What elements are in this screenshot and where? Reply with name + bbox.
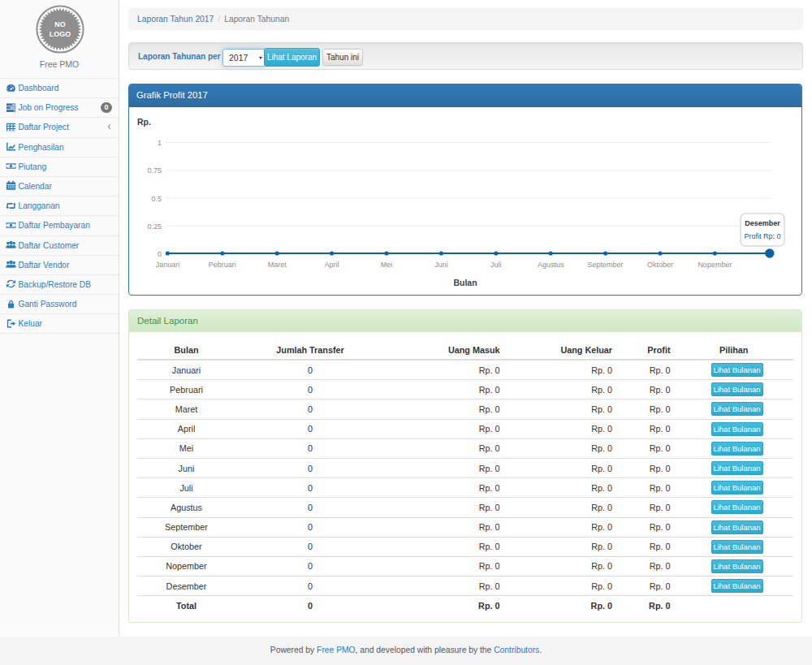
svg-text:0.75: 0.75 <box>147 166 162 175</box>
svg-text:Nopember: Nopember <box>698 261 732 269</box>
svg-text:Agustus: Agustus <box>538 261 564 269</box>
svg-text:0.25: 0.25 <box>147 222 162 231</box>
svg-text:LOGO: LOGO <box>50 30 71 38</box>
svg-text:Bulan: Bulan <box>453 278 477 287</box>
svg-text:NO: NO <box>54 20 66 28</box>
svg-text:0: 0 <box>158 250 162 258</box>
svg-text:Profit Rp: 0: Profit Rp: 0 <box>744 232 780 240</box>
svg-text:Juli: Juli <box>490 261 502 269</box>
svg-text:1: 1 <box>158 139 162 147</box>
svg-text:Mei: Mei <box>381 261 393 269</box>
svg-text:Januari: Januari <box>156 261 180 269</box>
svg-text:Pebruari: Pebruari <box>209 261 236 269</box>
svg-text:Rp.: Rp. <box>137 117 151 127</box>
svg-text:Juni: Juni <box>434 261 448 269</box>
svg-text:September: September <box>588 261 624 269</box>
svg-text:Maret: Maret <box>268 261 287 269</box>
svg-text:April: April <box>325 261 339 269</box>
svg-text:Desember: Desember <box>745 219 780 227</box>
svg-text:Oktober: Oktober <box>647 261 673 269</box>
svg-text:0.5: 0.5 <box>151 195 162 203</box>
